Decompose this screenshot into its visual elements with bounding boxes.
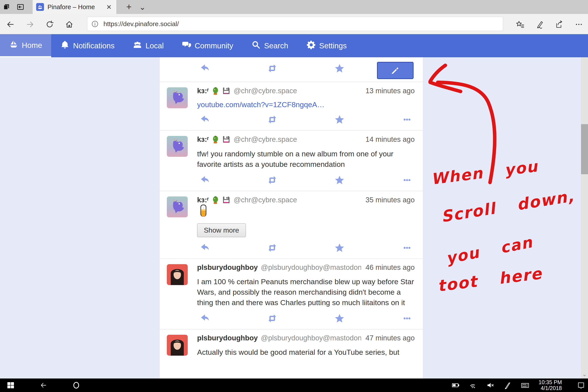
display-name[interactable]: kз:ʳ xyxy=(197,196,209,204)
scrollbar-down-icon[interactable]: ⌄ xyxy=(582,372,588,376)
reply-button[interactable] xyxy=(197,63,212,74)
account-handle[interactable]: @chr@cybre.space xyxy=(234,135,297,144)
dragon-emoji xyxy=(211,86,220,95)
nav-item-label: Search xyxy=(264,42,288,50)
avatar[interactable] xyxy=(167,196,188,217)
favorites-hub-icon[interactable] xyxy=(515,19,525,30)
cortana-icon[interactable] xyxy=(68,378,84,392)
reply-button[interactable] xyxy=(197,314,212,324)
boost-button[interactable] xyxy=(264,63,280,74)
nav-item-local[interactable]: Local xyxy=(124,34,173,57)
people-icon xyxy=(133,40,142,51)
reply-icon xyxy=(200,243,210,254)
search-icon xyxy=(252,40,261,51)
timestamp[interactable]: 13 minutes ago xyxy=(361,87,415,95)
reply-button[interactable] xyxy=(197,114,212,126)
timestamp[interactable]: 35 minutes ago xyxy=(361,196,415,204)
display-name[interactable]: plsburydoughboy xyxy=(197,263,258,272)
star-button[interactable] xyxy=(332,175,347,186)
boost-button[interactable] xyxy=(264,175,280,186)
touch-keyboard-icon[interactable] xyxy=(518,378,532,392)
tab-preview-chevron-icon[interactable]: ⌄ xyxy=(137,2,148,12)
toot: kз:ʳ @chr@cybre.space 13 minutes ago you… xyxy=(160,82,423,130)
ellipsis-button[interactable] xyxy=(400,314,415,324)
beer-emoji xyxy=(197,214,210,218)
taskbar-back-icon[interactable] xyxy=(36,378,51,392)
nav-item-notifications[interactable]: Notifications xyxy=(51,34,124,57)
account-handle[interactable]: @chr@cybre.space xyxy=(234,196,297,204)
share-icon[interactable] xyxy=(554,19,564,30)
scrollbar-thumb[interactable] xyxy=(581,124,588,174)
toot-text: Actually this would be good material for… xyxy=(197,347,415,357)
browser-toolbar: https://dev.pinafore.social/ xyxy=(0,14,588,34)
nav-item-search[interactable]: Search xyxy=(242,34,298,57)
boost-button[interactable] xyxy=(264,243,280,254)
chat-bubbles-icon xyxy=(182,40,191,51)
star-button[interactable] xyxy=(332,314,347,324)
avatar[interactable] xyxy=(167,136,188,157)
site-info-icon[interactable] xyxy=(91,20,99,28)
more-options-icon[interactable] xyxy=(574,19,584,30)
home-icon[interactable] xyxy=(64,19,74,30)
display-name[interactable]: kз:ʳ xyxy=(197,87,209,95)
timestamp[interactable]: 14 minutes ago xyxy=(361,135,415,144)
star-icon xyxy=(334,175,344,186)
taskbar-clock[interactable]: 10:35 PM 4/1/2018 xyxy=(538,379,562,391)
toot-link[interactable]: youtube.com/watch?v=1ZCF8ngqeA… xyxy=(197,100,324,109)
boost-button[interactable] xyxy=(264,114,280,126)
tabs-set-aside-icon[interactable] xyxy=(16,2,25,11)
timestamp[interactable]: 46 minutes ago xyxy=(361,263,415,272)
star-icon xyxy=(334,243,344,254)
account-handle[interactable]: @plsburydoughboy@mastodon.s… xyxy=(261,334,361,342)
forward-icon[interactable] xyxy=(25,19,35,30)
nav-item-settings[interactable]: Settings xyxy=(298,34,356,57)
show-more-button[interactable]: Show more xyxy=(197,224,246,237)
star-button[interactable] xyxy=(332,243,347,254)
browser-tab[interactable]: Pinafore – Home ✕ xyxy=(33,0,117,14)
refresh-icon[interactable] xyxy=(44,19,55,30)
nav-item-home[interactable]: Home xyxy=(0,34,51,57)
web-note-pen-icon[interactable] xyxy=(534,19,545,30)
ellipsis-button[interactable] xyxy=(400,243,415,254)
star-icon xyxy=(334,114,344,126)
toot-actions xyxy=(197,314,415,324)
star-button[interactable] xyxy=(332,114,347,126)
browser-scrollbar[interactable]: ⌄ xyxy=(581,57,588,378)
boost-icon xyxy=(267,114,277,126)
toot-text: I am 100 % certain Peanuts merchandise b… xyxy=(197,276,415,308)
tab-close-icon[interactable]: ✕ xyxy=(105,3,113,11)
volume-muted-icon[interactable] xyxy=(484,378,497,392)
nav-item-label: Home xyxy=(22,41,42,50)
timestamp[interactable]: 47 minutes ago xyxy=(361,334,415,342)
toot: kз:ʳ @chr@cybre.space 14 minutes ago tfw… xyxy=(160,130,423,191)
ellipsis-button[interactable] xyxy=(400,175,415,186)
compose-toot-button[interactable] xyxy=(377,62,414,79)
star-button[interactable] xyxy=(332,63,347,74)
account-handle[interactable]: @plsburydoughboy@mastodon.s… xyxy=(261,263,361,272)
dragon-emoji xyxy=(211,196,220,204)
nav-item-community[interactable]: Community xyxy=(173,34,242,57)
reply-button[interactable] xyxy=(197,243,212,254)
ellipsis-button[interactable] xyxy=(400,114,415,126)
new-tab-button[interactable]: + xyxy=(123,2,134,12)
tab-previews-icon[interactable] xyxy=(2,2,11,11)
account-handle[interactable]: @chr@cybre.space xyxy=(234,87,297,95)
action-center-icon[interactable] xyxy=(574,378,588,392)
floppy-disk-emoji xyxy=(222,86,231,95)
reply-button[interactable] xyxy=(197,175,212,186)
address-bar[interactable]: https://dev.pinafore.social/ xyxy=(87,17,503,31)
star-icon xyxy=(334,314,344,324)
avatar[interactable] xyxy=(167,335,188,356)
pen-icon[interactable] xyxy=(501,378,514,392)
tab-title: Pinafore – Home xyxy=(48,4,105,11)
avatar[interactable] xyxy=(167,87,188,108)
start-button[interactable] xyxy=(3,378,18,392)
boost-button[interactable] xyxy=(264,314,280,324)
display-name[interactable]: plsburydoughboy xyxy=(197,334,258,342)
back-icon[interactable] xyxy=(5,19,16,30)
battery-icon[interactable] xyxy=(449,378,462,392)
wifi-icon[interactable] xyxy=(466,378,480,392)
display-name[interactable]: kз:ʳ xyxy=(197,135,209,144)
windows-taskbar: 10:35 PM 4/1/2018 xyxy=(0,378,588,392)
avatar[interactable] xyxy=(167,264,188,285)
